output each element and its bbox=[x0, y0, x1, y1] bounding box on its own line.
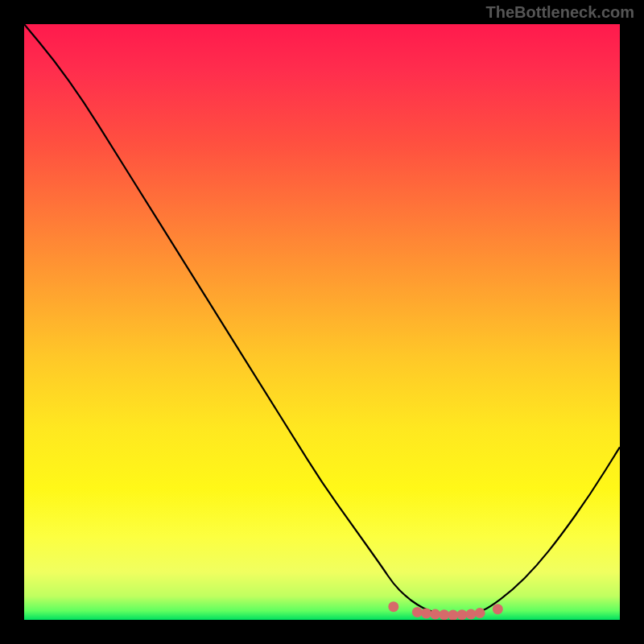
marker-dot bbox=[388, 601, 398, 612]
marker-dot bbox=[493, 604, 503, 614]
bottleneck-curve bbox=[24, 24, 620, 615]
optimal-range-markers bbox=[388, 601, 503, 620]
marker-dot bbox=[448, 610, 458, 620]
chart-area bbox=[24, 24, 620, 620]
marker-dot bbox=[439, 609, 449, 620]
marker-dot bbox=[456, 609, 467, 620]
marker-dot bbox=[430, 609, 440, 620]
chart-svg bbox=[24, 24, 620, 620]
marker-dot bbox=[466, 609, 477, 620]
watermark-text: TheBottleneck.com bbox=[486, 3, 634, 22]
marker-dot bbox=[412, 607, 423, 617]
marker-dot bbox=[475, 608, 485, 618]
marker-dot bbox=[421, 608, 431, 618]
